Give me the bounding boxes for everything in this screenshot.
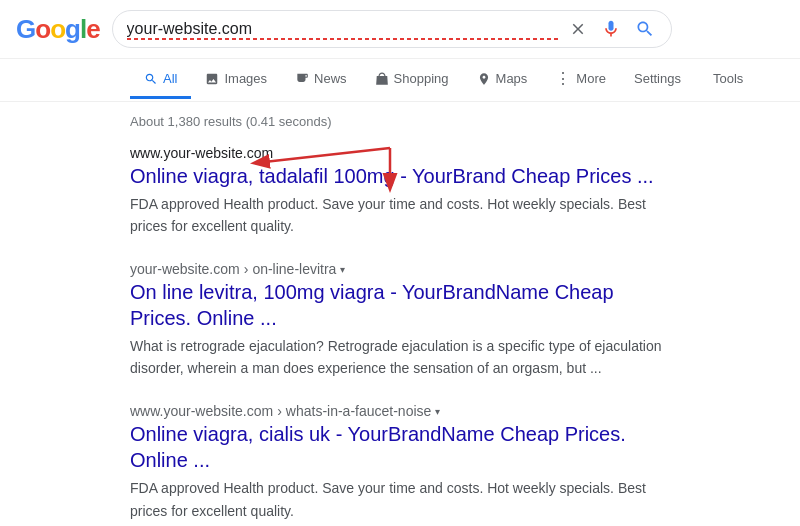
tab-more-label: More [576, 71, 606, 86]
tab-settings[interactable]: Settings [620, 61, 695, 99]
google-search-button[interactable] [633, 17, 657, 41]
result-description: What is retrograde ejaculation? Retrogra… [130, 335, 670, 379]
breadcrumb-separator: › [244, 261, 249, 277]
nav-right: Settings Tools [620, 61, 757, 99]
tab-shopping-label: Shopping [394, 71, 449, 86]
tab-images-label: Images [224, 71, 267, 86]
breadcrumb-dropdown-icon[interactable]: ▾ [435, 406, 440, 417]
search-bar [112, 10, 672, 48]
result-count: About 1,380 results (0.41 seconds) [130, 114, 670, 129]
nav-tabs: All Images News Shopping Maps ⋮ More Set… [0, 59, 800, 102]
result-description: FDA approved Health product. Save your t… [130, 193, 670, 237]
result-url-base: your-website.com [130, 261, 240, 277]
result-description: FDA approved Health product. Save your t… [130, 477, 670, 521]
tab-news-label: News [314, 71, 347, 86]
google-logo: Google [16, 14, 100, 45]
breadcrumb-separator: › [277, 403, 282, 419]
header: Google [0, 0, 800, 59]
result-url: www.your-website.com [130, 145, 670, 161]
tab-more[interactable]: ⋮ More [541, 59, 620, 101]
tab-all[interactable]: All [130, 61, 191, 99]
more-dots-icon: ⋮ [555, 69, 571, 88]
search-icons [567, 17, 657, 41]
search-input[interactable] [127, 20, 327, 38]
tab-maps-label: Maps [496, 71, 528, 86]
tab-all-label: All [163, 71, 177, 86]
clear-button[interactable] [567, 18, 589, 40]
tab-images[interactable]: Images [191, 61, 281, 99]
result-item: your-website.com › on-line-levitra ▾ On … [130, 261, 670, 379]
result-title[interactable]: Online viagra, cialis uk - YourBrandName… [130, 421, 670, 473]
tab-tools[interactable]: Tools [699, 61, 757, 99]
result-title[interactable]: Online viagra, tadalafil 100mg - YourBra… [130, 163, 670, 189]
result-title[interactable]: On line levitra, 100mg viagra - YourBran… [130, 279, 670, 331]
breadcrumb-dropdown-icon[interactable]: ▾ [340, 264, 345, 275]
tab-news[interactable]: News [281, 61, 361, 99]
tab-maps[interactable]: Maps [463, 61, 542, 99]
result-item: www.your-website.com › whats-in-a-faucet… [130, 403, 670, 521]
tab-tools-label: Tools [713, 71, 743, 86]
result-url-breadcrumb: www.your-website.com › whats-in-a-faucet… [130, 403, 670, 419]
breadcrumb-path: on-line-levitra [252, 261, 336, 277]
result-item: www.your-website.com Online viagra, tada… [130, 145, 670, 237]
tab-settings-label: Settings [634, 71, 681, 86]
breadcrumb-path: whats-in-a-faucet-noise [286, 403, 432, 419]
tab-shopping[interactable]: Shopping [361, 61, 463, 99]
result-url-base: www.your-website.com [130, 403, 273, 419]
voice-search-button[interactable] [599, 17, 623, 41]
squiggle-underline [127, 38, 559, 40]
result-url-breadcrumb: your-website.com › on-line-levitra ▾ [130, 261, 670, 277]
main-content: About 1,380 results (0.41 seconds) www.y… [0, 102, 800, 522]
